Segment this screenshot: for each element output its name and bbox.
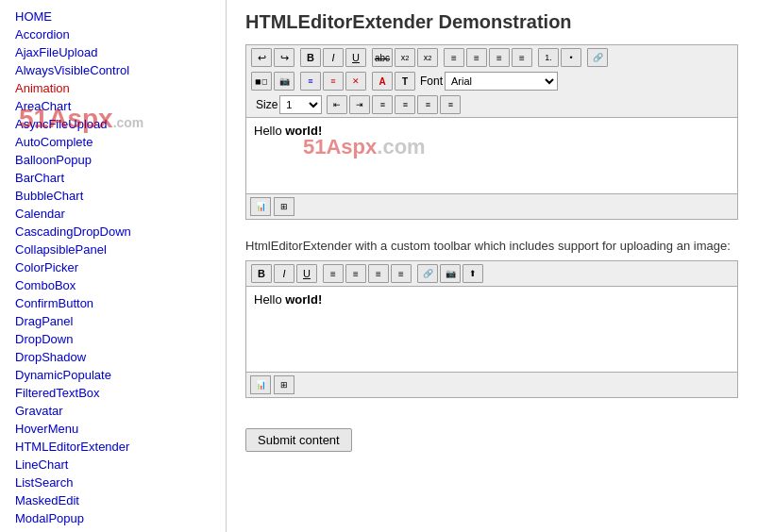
editor1-expand-btn[interactable]: ⊞: [274, 197, 294, 216]
editor1-container: B I U abc x2 x2 ≡ ≡ ≡ ≡ 1. • 🔗 ◼◻: [245, 44, 738, 220]
sidebar-item-linechart[interactable]: LineChart: [0, 456, 226, 474]
align-r2-button[interactable]: ✕: [345, 72, 366, 91]
italic-button[interactable]: I: [323, 48, 344, 67]
sidebar-item-confirmbutton[interactable]: ConfirmButton: [0, 294, 226, 312]
align-r3-button[interactable]: ≡: [417, 95, 438, 114]
editor2-description: HtmlEditorExtender with a custom toolbar…: [245, 239, 738, 253]
editor1-content: Hello world!: [254, 124, 730, 138]
editor2-toolbar: B I U ≡ ≡ ≡ ≡ 🔗 📷 ⬆: [246, 261, 737, 287]
sidebar-item-maskededit[interactable]: MaskedEdit: [0, 491, 226, 509]
editor1-area[interactable]: Hello world! 51Aspx.com: [246, 118, 737, 193]
sidebar-item-cascadingdropdown[interactable]: CascadingDropDown: [0, 223, 226, 241]
source-view-button[interactable]: ◼◻: [251, 72, 272, 91]
editor1-chart-btn[interactable]: 📊: [250, 197, 271, 216]
sidebar-item-barchart[interactable]: BarChart: [0, 169, 226, 187]
outdent-button[interactable]: ⇤: [327, 95, 347, 114]
page-title: HTMLEditorExtender Demonstration: [245, 11, 738, 33]
toolbar1-row1: B I U abc x2 x2 ≡ ≡ ≡ ≡ 1. • 🔗: [250, 47, 733, 68]
unordered-list-button[interactable]: •: [561, 48, 581, 67]
editor2-text: Hello: [254, 292, 285, 307]
redo-button[interactable]: [274, 48, 294, 67]
sidebar-item-filteredtextbox[interactable]: FilteredTextBox: [0, 384, 226, 402]
align-center-button[interactable]: ≡: [466, 48, 487, 67]
editor2-align-l[interactable]: ≡: [323, 264, 344, 283]
sidebar-item-gravatar[interactable]: Gravatar: [0, 402, 226, 420]
align-left-button[interactable]: ≡: [444, 48, 464, 67]
editor2-content: Hello world!: [254, 292, 730, 307]
align-l2-button[interactable]: ≡: [300, 72, 321, 91]
subscript-button[interactable]: x2: [395, 48, 415, 67]
sidebar-item-animation[interactable]: Animation: [0, 79, 226, 97]
sidebar-item-asyncfileupload[interactable]: AsyncFileUpload: [0, 115, 226, 133]
toolbar1-row3: Size 1 2 3 4 5 6 7 ⇤ ⇥ ≡ ≡ ≡ ≡: [250, 94, 733, 115]
font-select[interactable]: Arial Times New Roman Courier New Verdan…: [445, 72, 558, 91]
toolbar1-row2: ◼◻ 📷 ≡ ≡ ✕ A T Font Arial Times New Roma…: [250, 71, 733, 91]
submit-button[interactable]: Submit content: [245, 428, 352, 452]
sidebar-item-home[interactable]: HOME: [0, 8, 226, 25]
editor1-footer: 📊 ⊞: [246, 193, 737, 219]
editor2-underline-button[interactable]: U: [296, 264, 317, 283]
editor1-text: Hello: [254, 124, 285, 138]
sidebar: 51Aspx.com HOMEAccordionAjaxFileUploadAl…: [0, 0, 227, 532]
sidebar-item-balloonpopup[interactable]: BalloonPopup: [0, 151, 226, 169]
indent-button[interactable]: ⇥: [349, 95, 370, 114]
editor2-bold: world!: [285, 292, 322, 307]
toolbar2-row1: B I U ≡ ≡ ≡ ≡ 🔗 📷 ⬆: [250, 263, 733, 284]
strikethrough-button[interactable]: abc: [372, 48, 393, 67]
editor1-bold: world!: [285, 124, 322, 138]
font-label: Font: [420, 75, 443, 88]
editor2-bold-button[interactable]: B: [251, 264, 272, 283]
align-c3-button[interactable]: ≡: [395, 95, 415, 114]
sidebar-item-modalpopup[interactable]: ModalPopup: [0, 509, 226, 527]
size-select[interactable]: 1 2 3 4 5 6 7: [279, 95, 322, 114]
sidebar-item-dynamicpopulate[interactable]: DynamicPopulate: [0, 366, 226, 384]
align-c2-button[interactable]: ≡: [323, 72, 344, 91]
sidebar-item-collapsiblepanel[interactable]: CollapsiblePanel: [0, 241, 226, 258]
sidebar-item-listsearch[interactable]: ListSearch: [0, 474, 226, 491]
ordered-list-button[interactable]: 1.: [538, 48, 559, 67]
align-l3-button[interactable]: ≡: [372, 95, 393, 114]
bold-button[interactable]: B: [300, 48, 321, 67]
main-content: HTMLEditorExtender Demonstration B I U a…: [227, 0, 757, 532]
editor2-align-j[interactable]: ≡: [391, 264, 412, 283]
sidebar-item-dropshadow[interactable]: DropShadow: [0, 348, 226, 366]
sidebar-item-bubblechart[interactable]: BubbleChart: [0, 187, 226, 205]
undo-button[interactable]: [251, 48, 272, 67]
forecolor-button[interactable]: A: [372, 72, 393, 91]
editor-watermark: 51Aspx.com: [303, 135, 426, 159]
sidebar-item-dragpanel[interactable]: DragPanel: [0, 312, 226, 330]
editor2-footer: 📊 ⊞: [246, 372, 737, 397]
editor2-align-c[interactable]: ≡: [345, 264, 366, 283]
editor2-align-r[interactable]: ≡: [368, 264, 389, 283]
editor2-expand-btn[interactable]: ⊞: [274, 375, 294, 394]
sidebar-item-ajaxfileupload[interactable]: AjaxFileUpload: [0, 43, 226, 61]
editor2-italic-button[interactable]: I: [274, 264, 294, 283]
sidebar-item-colorpicker[interactable]: ColorPicker: [0, 258, 226, 276]
superscript-button[interactable]: x2: [417, 48, 438, 67]
T-button[interactable]: T: [395, 72, 415, 91]
underline-button[interactable]: U: [345, 48, 366, 67]
sidebar-item-areachart[interactable]: AreaChart: [0, 97, 226, 115]
align-right-button[interactable]: ≡: [489, 48, 510, 67]
sidebar-item-htmleditorextender[interactable]: HTMLEditorExtender: [0, 438, 226, 456]
insert-link-button[interactable]: 🔗: [587, 48, 608, 67]
sidebar-item-autocomplete[interactable]: AutoComplete: [0, 133, 226, 151]
editor2-image-button[interactable]: 📷: [440, 264, 461, 283]
sidebar-item-accordion[interactable]: Accordion: [0, 25, 226, 43]
editor2-upload-button[interactable]: ⬆: [463, 264, 483, 283]
editor1-toolbar: B I U abc x2 x2 ≡ ≡ ≡ ≡ 1. • 🔗 ◼◻: [246, 45, 737, 118]
insert-image-button[interactable]: 📷: [274, 72, 294, 91]
editor2-chart-btn[interactable]: 📊: [250, 375, 271, 394]
align-j3-button[interactable]: ≡: [440, 95, 461, 114]
align-justify-button[interactable]: ≡: [512, 48, 532, 67]
editor2-container: B I U ≡ ≡ ≡ ≡ 🔗 📷 ⬆ Hello world! 📊 ⊞: [245, 260, 738, 398]
sidebar-item-hovermenu[interactable]: HoverMenu: [0, 420, 226, 438]
size-label: Size: [256, 98, 278, 111]
sidebar-item-dropdown[interactable]: DropDown: [0, 330, 226, 348]
sidebar-item-calendar[interactable]: Calendar: [0, 205, 226, 223]
editor2-link-button[interactable]: 🔗: [417, 264, 438, 283]
sidebar-item-combobox[interactable]: ComboBox: [0, 276, 226, 294]
editor2-area[interactable]: Hello world!: [246, 287, 737, 372]
sidebar-item-alwaysvisiblecontrol[interactable]: AlwaysVisibleControl: [0, 61, 226, 79]
